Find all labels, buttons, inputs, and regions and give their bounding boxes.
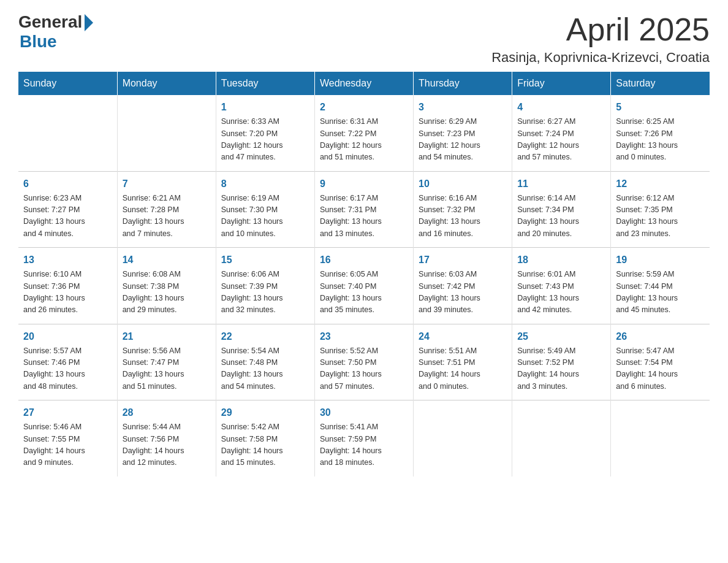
day-info: Sunrise: 5:56 AM Sunset: 7:47 PM Dayligh… (123, 345, 211, 393)
day-info: Sunrise: 6:17 AM Sunset: 7:31 PM Dayligh… (320, 193, 408, 240)
day-number: 17 (419, 253, 507, 267)
day-number: 29 (221, 405, 309, 420)
day-info: Sunrise: 5:59 AM Sunset: 7:44 PM Dayligh… (616, 269, 705, 316)
calendar-cell: 18Sunrise: 6:01 AM Sunset: 7:43 PM Dayli… (512, 248, 611, 324)
day-info: Sunrise: 5:52 AM Sunset: 7:50 PM Dayligh… (320, 345, 408, 393)
calendar-cell: 30Sunrise: 5:41 AM Sunset: 7:59 PM Dayli… (314, 400, 413, 477)
header-friday: Friday (512, 72, 611, 95)
header-sunday: Sunday (18, 72, 117, 95)
day-info: Sunrise: 6:29 AM Sunset: 7:23 PM Dayligh… (419, 116, 507, 164)
day-number: 4 (517, 100, 605, 115)
title-section: April 2025 Rasinja, Koprivnica-Krizevci,… (491, 12, 710, 66)
day-number: 22 (221, 329, 309, 344)
day-info: Sunrise: 5:51 AM Sunset: 7:51 PM Dayligh… (419, 345, 507, 393)
calendar-cell: 29Sunrise: 5:42 AM Sunset: 7:58 PM Dayli… (216, 400, 314, 477)
header-monday: Monday (117, 72, 216, 95)
day-number: 6 (23, 177, 112, 191)
day-info: Sunrise: 6:23 AM Sunset: 7:27 PM Dayligh… (23, 193, 112, 240)
day-info: Sunrise: 5:47 AM Sunset: 7:54 PM Dayligh… (616, 345, 705, 393)
day-number: 20 (23, 329, 112, 344)
day-number: 14 (123, 253, 211, 267)
day-info: Sunrise: 5:44 AM Sunset: 7:56 PM Dayligh… (123, 421, 211, 469)
calendar-cell (18, 95, 117, 171)
day-number: 30 (320, 405, 408, 420)
day-info: Sunrise: 6:33 AM Sunset: 7:20 PM Dayligh… (221, 116, 309, 164)
calendar-cell: 28Sunrise: 5:44 AM Sunset: 7:56 PM Dayli… (117, 400, 216, 477)
header-tuesday: Tuesday (216, 72, 314, 95)
day-number: 23 (320, 329, 408, 344)
day-info: Sunrise: 6:05 AM Sunset: 7:40 PM Dayligh… (320, 269, 408, 316)
day-number: 28 (123, 405, 211, 420)
calendar-cell: 5Sunrise: 6:25 AM Sunset: 7:26 PM Daylig… (611, 95, 710, 171)
calendar-cell (117, 95, 216, 171)
day-info: Sunrise: 6:03 AM Sunset: 7:42 PM Dayligh… (419, 269, 507, 316)
logo-general-text: General (18, 12, 82, 32)
day-number: 9 (320, 177, 408, 191)
day-number: 5 (616, 100, 705, 115)
day-info: Sunrise: 6:08 AM Sunset: 7:38 PM Dayligh… (123, 269, 211, 316)
day-info: Sunrise: 6:31 AM Sunset: 7:22 PM Dayligh… (320, 116, 408, 164)
header-thursday: Thursday (414, 72, 512, 95)
day-number: 1 (221, 100, 309, 115)
calendar-cell: 3Sunrise: 6:29 AM Sunset: 7:23 PM Daylig… (414, 95, 512, 171)
day-info: Sunrise: 6:16 AM Sunset: 7:32 PM Dayligh… (419, 193, 507, 240)
day-info: Sunrise: 6:10 AM Sunset: 7:36 PM Dayligh… (23, 269, 112, 316)
calendar-cell: 10Sunrise: 6:16 AM Sunset: 7:32 PM Dayli… (414, 171, 512, 248)
calendar-cell: 21Sunrise: 5:56 AM Sunset: 7:47 PM Dayli… (117, 324, 216, 400)
day-info: Sunrise: 5:41 AM Sunset: 7:59 PM Dayligh… (320, 421, 408, 469)
calendar-cell: 15Sunrise: 6:06 AM Sunset: 7:39 PM Dayli… (216, 248, 314, 324)
calendar-cell: 12Sunrise: 6:12 AM Sunset: 7:35 PM Dayli… (611, 171, 710, 248)
day-number: 3 (419, 100, 507, 115)
calendar-week-row: 20Sunrise: 5:57 AM Sunset: 7:46 PM Dayli… (18, 324, 710, 400)
logo: General Blue (18, 12, 93, 52)
day-number: 19 (616, 253, 705, 267)
calendar-cell: 8Sunrise: 6:19 AM Sunset: 7:30 PM Daylig… (216, 171, 314, 248)
calendar-cell: 19Sunrise: 5:59 AM Sunset: 7:44 PM Dayli… (611, 248, 710, 324)
day-info: Sunrise: 5:42 AM Sunset: 7:58 PM Dayligh… (221, 421, 309, 469)
day-number: 8 (221, 177, 309, 191)
calendar-cell (512, 400, 611, 477)
calendar-cell: 4Sunrise: 6:27 AM Sunset: 7:24 PM Daylig… (512, 95, 611, 171)
calendar-cell: 9Sunrise: 6:17 AM Sunset: 7:31 PM Daylig… (314, 171, 413, 248)
calendar-cell: 22Sunrise: 5:54 AM Sunset: 7:48 PM Dayli… (216, 324, 314, 400)
calendar-cell: 1Sunrise: 6:33 AM Sunset: 7:20 PM Daylig… (216, 95, 314, 171)
calendar-cell (414, 400, 512, 477)
calendar-header-row: SundayMondayTuesdayWednesdayThursdayFrid… (18, 72, 710, 95)
day-info: Sunrise: 5:49 AM Sunset: 7:52 PM Dayligh… (517, 345, 605, 393)
day-number: 21 (123, 329, 211, 344)
location-title: Rasinja, Koprivnica-Krizevci, Croatia (491, 50, 710, 66)
calendar-cell: 23Sunrise: 5:52 AM Sunset: 7:50 PM Dayli… (314, 324, 413, 400)
calendar-cell: 13Sunrise: 6:10 AM Sunset: 7:36 PM Dayli… (18, 248, 117, 324)
day-number: 10 (419, 177, 507, 191)
day-number: 24 (419, 329, 507, 344)
calendar-cell: 27Sunrise: 5:46 AM Sunset: 7:55 PM Dayli… (18, 400, 117, 477)
day-info: Sunrise: 5:54 AM Sunset: 7:48 PM Dayligh… (221, 345, 309, 393)
day-info: Sunrise: 5:46 AM Sunset: 7:55 PM Dayligh… (23, 421, 112, 469)
calendar-week-row: 1Sunrise: 6:33 AM Sunset: 7:20 PM Daylig… (18, 95, 710, 171)
day-number: 27 (23, 405, 112, 420)
calendar-cell: 17Sunrise: 6:03 AM Sunset: 7:42 PM Dayli… (414, 248, 512, 324)
calendar-cell: 16Sunrise: 6:05 AM Sunset: 7:40 PM Dayli… (314, 248, 413, 324)
calendar-cell: 2Sunrise: 6:31 AM Sunset: 7:22 PM Daylig… (314, 95, 413, 171)
day-number: 11 (517, 177, 605, 191)
header-wednesday: Wednesday (314, 72, 413, 95)
logo-blue-text: Blue (20, 32, 57, 52)
day-number: 7 (123, 177, 211, 191)
calendar-week-row: 13Sunrise: 6:10 AM Sunset: 7:36 PM Dayli… (18, 248, 710, 324)
calendar-week-row: 27Sunrise: 5:46 AM Sunset: 7:55 PM Dayli… (18, 400, 710, 477)
day-number: 26 (616, 329, 705, 344)
day-number: 18 (517, 253, 605, 267)
day-number: 13 (23, 253, 112, 267)
calendar-cell: 11Sunrise: 6:14 AM Sunset: 7:34 PM Dayli… (512, 171, 611, 248)
day-info: Sunrise: 6:14 AM Sunset: 7:34 PM Dayligh… (517, 193, 605, 240)
calendar-week-row: 6Sunrise: 6:23 AM Sunset: 7:27 PM Daylig… (18, 171, 710, 248)
page-header: General Blue April 2025 Rasinja, Koprivn… (18, 12, 710, 66)
calendar-cell: 6Sunrise: 6:23 AM Sunset: 7:27 PM Daylig… (18, 171, 117, 248)
calendar-table: SundayMondayTuesdayWednesdayThursdayFrid… (18, 72, 710, 477)
day-info: Sunrise: 6:01 AM Sunset: 7:43 PM Dayligh… (517, 269, 605, 316)
calendar-cell: 7Sunrise: 6:21 AM Sunset: 7:28 PM Daylig… (117, 171, 216, 248)
calendar-cell: 26Sunrise: 5:47 AM Sunset: 7:54 PM Dayli… (611, 324, 710, 400)
calendar-cell: 24Sunrise: 5:51 AM Sunset: 7:51 PM Dayli… (414, 324, 512, 400)
calendar-cell: 20Sunrise: 5:57 AM Sunset: 7:46 PM Dayli… (18, 324, 117, 400)
day-info: Sunrise: 6:25 AM Sunset: 7:26 PM Dayligh… (616, 116, 705, 164)
